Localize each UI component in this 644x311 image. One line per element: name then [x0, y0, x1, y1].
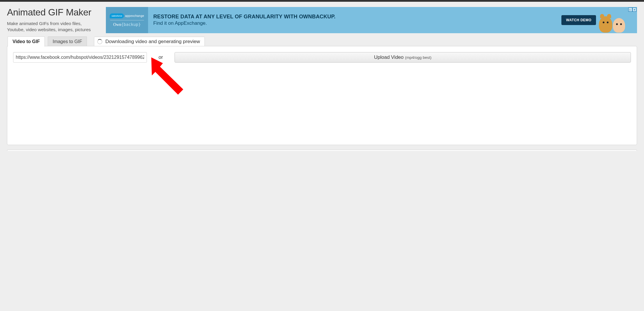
ad-divider — [110, 20, 144, 20]
page-title: Animated GIF Maker — [7, 7, 97, 18]
tabs-row: Video to GIF Images to GIF Downloading v… — [7, 36, 637, 46]
upload-hint: (mp4/ogg best) — [405, 55, 432, 60]
upload-label: Upload Video — [374, 54, 404, 60]
next-panel-peek — [7, 150, 637, 151]
own-text: Own — [113, 22, 121, 27]
status-pill: Downloading video and generating preview — [94, 37, 205, 47]
mascot-lynx-icon — [599, 16, 612, 33]
ad-brand-block: salesforce appexchange Own{backup} — [106, 7, 148, 33]
page-subtitle: Make animated GIFs from video files, You… — [7, 21, 94, 33]
ad-headline: RESTORE DATA AT ANY LEVEL OF GRANULARITY… — [153, 14, 561, 20]
ad-subline: Find it on AppExchange. — [153, 20, 561, 26]
ad-right: WATCH DEMO — [561, 7, 637, 33]
ad-close-icon[interactable]: ✕ — [632, 8, 636, 12]
ad-banner[interactable]: salesforce appexchange Own{backup} RESTO… — [106, 7, 637, 33]
annotation-arrow-icon — [145, 57, 195, 107]
svg-marker-0 — [151, 57, 183, 95]
tab-images-to-gif[interactable]: Images to GIF — [48, 36, 87, 47]
main-panel: or Upload Video (mp4/ogg best) — [7, 46, 637, 145]
input-row: or Upload Video (mp4/ogg best) — [13, 52, 631, 63]
ad-copy: RESTORE DATA AT ANY LEVEL OF GRANULARITY… — [148, 7, 561, 33]
own-brace: {backup} — [121, 22, 140, 27]
ad-corner-controls: ▷ ✕ — [628, 8, 636, 12]
status-text: Downloading video and generating preview — [105, 39, 200, 45]
salesforce-cloud-icon: salesforce — [110, 13, 124, 18]
video-url-input[interactable] — [13, 52, 147, 63]
header-left: Animated GIF Maker Make animated GIFs fr… — [7, 7, 97, 33]
appexchange-label: appexchange — [125, 14, 144, 17]
ownbackup-logo: Own{backup} — [113, 22, 141, 27]
ad-mascots — [599, 7, 625, 33]
or-label: or — [159, 54, 163, 60]
header-row: Animated GIF Maker Make animated GIFs fr… — [7, 7, 637, 33]
tab-video-to-gif[interactable]: Video to GIF — [8, 36, 45, 47]
upload-video-button[interactable]: Upload Video (mp4/ogg best) — [175, 52, 631, 63]
ad-info-icon[interactable]: ▷ — [628, 8, 632, 12]
mascot-astro-icon — [613, 18, 625, 33]
ad-cta-button[interactable]: WATCH DEMO — [561, 15, 596, 25]
page-container: Animated GIF Maker Make animated GIFs fr… — [0, 2, 644, 158]
spinner-icon — [97, 39, 102, 44]
